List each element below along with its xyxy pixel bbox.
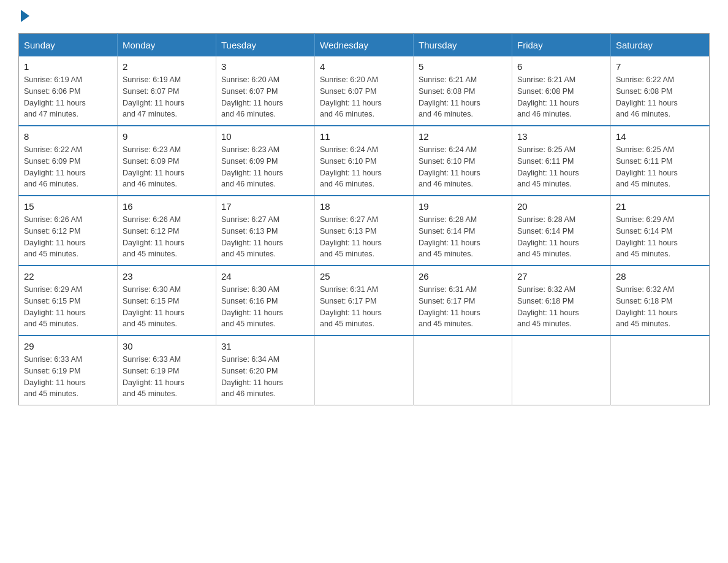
calendar-week-5: 29 Sunrise: 6:33 AMSunset: 6:19 PMDaylig… [19,335,710,405]
calendar-cell: 22 Sunrise: 6:29 AMSunset: 6:15 PMDaylig… [19,266,118,335]
day-number: 21 [616,201,704,212]
calendar-week-4: 22 Sunrise: 6:29 AMSunset: 6:15 PMDaylig… [19,266,710,335]
day-info: Sunrise: 6:26 AMSunset: 6:12 PMDaylight:… [123,214,211,260]
day-number: 15 [24,201,112,212]
calendar-cell: 14 Sunrise: 6:25 AMSunset: 6:11 PMDaylig… [611,126,710,196]
calendar-cell: 5 Sunrise: 6:21 AMSunset: 6:08 PMDayligh… [414,56,512,126]
calendar-cell: 17 Sunrise: 6:27 AMSunset: 6:13 PMDaylig… [216,196,315,266]
logo [18,12,29,21]
calendar-cell: 19 Sunrise: 6:28 AMSunset: 6:14 PMDaylig… [414,196,512,266]
day-info: Sunrise: 6:19 AMSunset: 6:06 PMDaylight:… [24,74,112,120]
calendar-cell [611,335,710,405]
calendar-week-2: 8 Sunrise: 6:22 AMSunset: 6:09 PMDayligh… [19,126,710,196]
day-info: Sunrise: 6:29 AMSunset: 6:15 PMDaylight:… [24,284,112,330]
calendar-cell: 20 Sunrise: 6:28 AMSunset: 6:14 PMDaylig… [512,196,611,266]
calendar-cell [512,335,611,405]
day-info: Sunrise: 6:21 AMSunset: 6:08 PMDaylight:… [419,74,507,120]
calendar-cell: 16 Sunrise: 6:26 AMSunset: 6:12 PMDaylig… [118,196,216,266]
day-number: 28 [616,271,704,282]
calendar-cell: 30 Sunrise: 6:33 AMSunset: 6:19 PMDaylig… [118,335,216,405]
calendar-table: SundayMondayTuesdayWednesdayThursdayFrid… [18,33,710,405]
day-number: 1 [24,61,112,72]
day-info: Sunrise: 6:32 AMSunset: 6:18 PMDaylight:… [616,284,704,330]
day-info: Sunrise: 6:27 AMSunset: 6:13 PMDaylight:… [320,214,408,260]
day-info: Sunrise: 6:24 AMSunset: 6:10 PMDaylight:… [320,144,408,190]
calendar-header-tuesday: Tuesday [216,34,315,57]
day-number: 18 [320,201,408,212]
calendar-header-row: SundayMondayTuesdayWednesdayThursdayFrid… [19,34,710,57]
day-info: Sunrise: 6:22 AMSunset: 6:08 PMDaylight:… [616,74,704,120]
day-number: 8 [24,131,112,142]
calendar-cell: 18 Sunrise: 6:27 AMSunset: 6:13 PMDaylig… [315,196,414,266]
calendar-header-monday: Monday [118,34,216,57]
day-info: Sunrise: 6:23 AMSunset: 6:09 PMDaylight:… [221,144,309,190]
day-number: 16 [123,201,211,212]
calendar-cell: 29 Sunrise: 6:33 AMSunset: 6:19 PMDaylig… [19,335,118,405]
day-info: Sunrise: 6:24 AMSunset: 6:10 PMDaylight:… [419,144,507,190]
calendar-cell: 8 Sunrise: 6:22 AMSunset: 6:09 PMDayligh… [19,126,118,196]
calendar-cell: 10 Sunrise: 6:23 AMSunset: 6:09 PMDaylig… [216,126,315,196]
day-number: 23 [123,271,211,282]
day-info: Sunrise: 6:32 AMSunset: 6:18 PMDaylight:… [517,284,605,330]
calendar-header-thursday: Thursday [414,34,512,57]
calendar-cell: 13 Sunrise: 6:25 AMSunset: 6:11 PMDaylig… [512,126,611,196]
calendar-header-sunday: Sunday [19,34,118,57]
day-number: 31 [221,341,309,351]
calendar-cell: 4 Sunrise: 6:20 AMSunset: 6:07 PMDayligh… [315,56,414,126]
calendar-header-friday: Friday [512,34,611,57]
calendar-header-saturday: Saturday [611,34,710,57]
day-number: 17 [221,201,309,212]
calendar-week-1: 1 Sunrise: 6:19 AMSunset: 6:06 PMDayligh… [19,56,710,126]
day-number: 11 [320,131,408,142]
calendar-cell [315,335,414,405]
day-info: Sunrise: 6:19 AMSunset: 6:07 PMDaylight:… [123,74,211,120]
day-number: 20 [517,201,605,212]
day-info: Sunrise: 6:33 AMSunset: 6:19 PMDaylight:… [123,354,211,400]
calendar-cell: 27 Sunrise: 6:32 AMSunset: 6:18 PMDaylig… [512,266,611,335]
day-info: Sunrise: 6:20 AMSunset: 6:07 PMDaylight:… [221,74,309,120]
calendar-cell: 31 Sunrise: 6:34 AMSunset: 6:20 PMDaylig… [216,335,315,405]
calendar-cell: 9 Sunrise: 6:23 AMSunset: 6:09 PMDayligh… [118,126,216,196]
day-info: Sunrise: 6:26 AMSunset: 6:12 PMDaylight:… [24,214,112,260]
day-number: 9 [123,131,211,142]
day-number: 22 [24,271,112,282]
calendar-cell: 6 Sunrise: 6:21 AMSunset: 6:08 PMDayligh… [512,56,611,126]
calendar-week-3: 15 Sunrise: 6:26 AMSunset: 6:12 PMDaylig… [19,196,710,266]
day-info: Sunrise: 6:31 AMSunset: 6:17 PMDaylight:… [419,284,507,330]
calendar-cell: 24 Sunrise: 6:30 AMSunset: 6:16 PMDaylig… [216,266,315,335]
calendar-cell: 15 Sunrise: 6:26 AMSunset: 6:12 PMDaylig… [19,196,118,266]
day-info: Sunrise: 6:30 AMSunset: 6:15 PMDaylight:… [123,284,211,330]
day-info: Sunrise: 6:30 AMSunset: 6:16 PMDaylight:… [221,284,309,330]
calendar-cell: 23 Sunrise: 6:30 AMSunset: 6:15 PMDaylig… [118,266,216,335]
day-info: Sunrise: 6:21 AMSunset: 6:08 PMDaylight:… [517,74,605,120]
calendar-header-wednesday: Wednesday [315,34,414,57]
day-number: 2 [123,61,211,72]
day-info: Sunrise: 6:23 AMSunset: 6:09 PMDaylight:… [123,144,211,190]
calendar-cell: 3 Sunrise: 6:20 AMSunset: 6:07 PMDayligh… [216,56,315,126]
day-info: Sunrise: 6:28 AMSunset: 6:14 PMDaylight:… [419,214,507,260]
calendar-cell [414,335,512,405]
day-number: 25 [320,271,408,282]
page-header [18,12,710,21]
logo-arrow-icon [21,10,29,22]
day-info: Sunrise: 6:25 AMSunset: 6:11 PMDaylight:… [517,144,605,190]
day-info: Sunrise: 6:33 AMSunset: 6:19 PMDaylight:… [24,354,112,400]
day-number: 6 [517,61,605,72]
day-info: Sunrise: 6:27 AMSunset: 6:13 PMDaylight:… [221,214,309,260]
day-info: Sunrise: 6:25 AMSunset: 6:11 PMDaylight:… [616,144,704,190]
day-number: 27 [517,271,605,282]
day-info: Sunrise: 6:29 AMSunset: 6:14 PMDaylight:… [616,214,704,260]
day-number: 5 [419,61,507,72]
day-info: Sunrise: 6:34 AMSunset: 6:20 PMDaylight:… [221,354,309,400]
calendar-cell: 28 Sunrise: 6:32 AMSunset: 6:18 PMDaylig… [611,266,710,335]
day-number: 19 [419,201,507,212]
day-info: Sunrise: 6:20 AMSunset: 6:07 PMDaylight:… [320,74,408,120]
day-number: 24 [221,271,309,282]
day-number: 4 [320,61,408,72]
day-number: 12 [419,131,507,142]
day-info: Sunrise: 6:22 AMSunset: 6:09 PMDaylight:… [24,144,112,190]
day-number: 7 [616,61,704,72]
calendar-cell: 12 Sunrise: 6:24 AMSunset: 6:10 PMDaylig… [414,126,512,196]
calendar-cell: 21 Sunrise: 6:29 AMSunset: 6:14 PMDaylig… [611,196,710,266]
day-info: Sunrise: 6:31 AMSunset: 6:17 PMDaylight:… [320,284,408,330]
